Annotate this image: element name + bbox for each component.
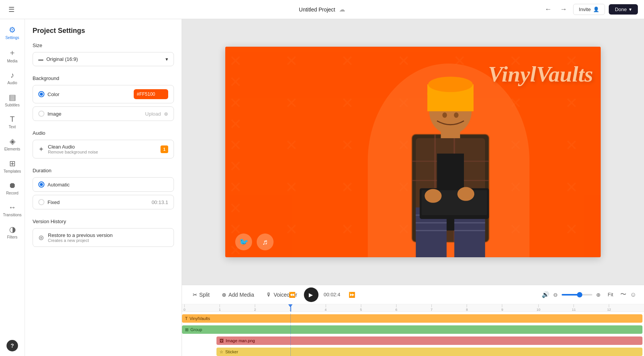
- audio-info: Clean Audio Remove background noise: [48, 144, 157, 154]
- background-label: Background: [33, 75, 174, 81]
- track-bar-image[interactable]: 🖼 Image man.png: [216, 336, 642, 345]
- image-radio[interactable]: [38, 111, 44, 117]
- canvas-frame[interactable]: ✕ ✕ ✕ ✕ ✕ ✕ ✕ ✕ ✕ ✕ ✕ ✕ ✕ ✕ ✕ ✕ ✕ ✕ ✕ ✕ …: [225, 47, 601, 257]
- restore-title: Restore to a previous version: [48, 232, 168, 238]
- version-history-label: Version History: [33, 219, 174, 224]
- color-option-label: Color: [48, 91, 59, 97]
- elements-icon: ◈: [10, 137, 15, 146]
- automatic-radio[interactable]: [38, 181, 44, 188]
- sidebar-item-record[interactable]: ⏺ Record: [2, 178, 23, 198]
- automatic-option-left: Automatic: [38, 181, 70, 188]
- tick-4: [326, 304, 326, 307]
- tick-10: [538, 304, 539, 307]
- duration-section: Duration Automatic Fixed 00:13.1: [33, 168, 174, 209]
- clean-audio-row[interactable]: ✦ Clean Audio Remove background noise 1: [33, 140, 174, 158]
- invite-button[interactable]: Invite 👤: [573, 4, 605, 15]
- topbar-center: Untitled Project ☁: [299, 6, 345, 13]
- zoom-slider[interactable]: [562, 294, 592, 296]
- fast-forward-button[interactable]: ⏩: [346, 290, 358, 300]
- playback-center: ⏪ ▶ 00:02:4 ⏩: [286, 287, 358, 302]
- playback-left: ✂ Split ⊕ Add Media 🎙 Voiceover: [190, 290, 300, 300]
- playback-right: 🔊 ⊖ ⊕ Fit 〜 ☺: [542, 290, 636, 299]
- svg-point-26: [457, 187, 474, 201]
- sidebar-item-subtitles[interactable]: ▤ Subtitles: [2, 90, 23, 110]
- split-button[interactable]: ✂ Split: [190, 290, 213, 300]
- ruler-mark-11: 11: [572, 304, 576, 312]
- done-button[interactable]: Done ▾: [609, 4, 638, 15]
- vinyl-track-icon: T: [185, 316, 188, 321]
- timeline-area: 0 1 2 3: [182, 304, 644, 356]
- color-radio[interactable]: [38, 91, 44, 97]
- sticker-track-label: Sticker: [225, 349, 238, 354]
- image-option-row[interactable]: Image Upload ⊕: [33, 106, 174, 121]
- spotify-icon: ♬: [257, 234, 274, 250]
- color-swatch[interactable]: [157, 90, 165, 98]
- sidebar-label-filters: Filters: [7, 235, 17, 239]
- menu-button[interactable]: ☰: [6, 4, 17, 15]
- size-chevron-icon: ▾: [166, 56, 168, 62]
- track-row-vinyl[interactable]: T VinylVaults: [182, 314, 644, 323]
- play-button[interactable]: ▶: [304, 287, 318, 302]
- redo-button[interactable]: →: [558, 4, 569, 15]
- fit-label: Fit: [608, 292, 613, 297]
- record-icon: ⏺: [8, 181, 16, 190]
- sidebar-item-settings[interactable]: ⚙ Settings: [2, 22, 23, 43]
- canvas-wrapper: ✕ ✕ ✕ ✕ ✕ ✕ ✕ ✕ ✕ ✕ ✕ ✕ ✕ ✕ ✕ ✕ ✕ ✕ ✕ ✕ …: [182, 19, 644, 285]
- restore-row[interactable]: ⊛ Restore to a previous version Creates …: [33, 228, 174, 247]
- size-dropdown-content: ▬ Original (16:9): [38, 56, 78, 62]
- emoji-icon: ☺: [630, 291, 636, 298]
- playhead[interactable]: [290, 304, 291, 312]
- track-row-sticker[interactable]: ☆ Sticker: [182, 347, 644, 356]
- ruler-mark-10: 10: [537, 304, 541, 312]
- track-bar-group[interactable]: ⊞ Group: [182, 325, 642, 334]
- svg-point-25: [425, 189, 442, 202]
- settings-icon: ⚙: [9, 25, 16, 34]
- add-media-label: Add Media: [228, 292, 254, 298]
- sidebar-label-settings: Settings: [5, 36, 19, 40]
- timeline-ruler: 0 1 2 3: [182, 304, 644, 312]
- track-row-group[interactable]: ⊞ Group: [182, 325, 644, 335]
- sidebar-item-text[interactable]: T Text: [2, 112, 23, 132]
- group-track-label: Group: [190, 327, 202, 332]
- track-row-image[interactable]: 🖼 Image man.png: [182, 336, 644, 346]
- done-label: Done: [615, 7, 627, 12]
- track-bar-sticker[interactable]: ☆ Sticker: [216, 348, 642, 356]
- color-badge[interactable]: #FF5100: [134, 89, 168, 99]
- topbar-left: ☰: [6, 4, 17, 15]
- rewind-button[interactable]: ⏪: [286, 290, 298, 300]
- sidebar-item-filters[interactable]: ◑ Filters: [2, 222, 23, 242]
- fixed-option-row[interactable]: Fixed 00:13.1: [33, 195, 174, 209]
- image-option-left: Image: [38, 111, 61, 117]
- sidebar-item-transitions[interactable]: ↔ Transitions: [2, 200, 23, 220]
- track-bar-vinyl[interactable]: T VinylVaults: [182, 314, 642, 323]
- size-section: Size ▬ Original (16:9) ▾: [33, 42, 174, 66]
- size-aspect-icon: ▬: [38, 56, 43, 62]
- tick-2: [255, 304, 255, 307]
- help-button[interactable]: ?: [7, 340, 18, 351]
- bottom-controls: ✂ Split ⊕ Add Media 🎙 Voiceover ⏪: [182, 285, 644, 356]
- add-media-button[interactable]: ⊕ Add Media: [219, 290, 257, 300]
- sidebar-item-elements[interactable]: ◈ Elements: [2, 134, 23, 154]
- settings-panel: Project Settings Size ▬ Original (16:9) …: [25, 19, 182, 356]
- canvas-background: ✕ ✕ ✕ ✕ ✕ ✕ ✕ ✕ ✕ ✕ ✕ ✕ ✕ ✕ ✕ ✕ ✕ ✕ ✕ ✕ …: [225, 47, 601, 257]
- fit-button[interactable]: Fit: [605, 290, 616, 299]
- vinyl-track-label: VinylVaults: [190, 316, 210, 321]
- automatic-option-row[interactable]: Automatic: [33, 177, 174, 192]
- add-media-icon: ⊕: [222, 292, 226, 298]
- color-option-row[interactable]: Color #FF5100: [33, 85, 174, 103]
- background-section: Background Color #FF5100 Image Upload: [33, 75, 174, 121]
- sidebar-item-audio[interactable]: ♪ Audio: [2, 68, 23, 88]
- sidebar-label-transitions: Transitions: [3, 213, 22, 217]
- duration-label: Duration: [33, 168, 174, 173]
- sidebar-item-media[interactable]: ＋ Media: [2, 44, 23, 66]
- upload-label: Upload: [145, 111, 161, 117]
- size-dropdown[interactable]: ▬ Original (16:9) ▾: [33, 52, 174, 66]
- sidebar-item-templates[interactable]: ⊞ Templates: [2, 156, 23, 176]
- tick-7: [431, 304, 432, 307]
- invite-label: Invite: [579, 7, 591, 12]
- fixed-radio[interactable]: [38, 199, 44, 205]
- text-icon: T: [10, 115, 15, 124]
- social-icons: 🐦 ♬: [235, 234, 274, 250]
- undo-button[interactable]: ←: [542, 4, 554, 15]
- version-info: Restore to a previous version Creates a …: [48, 232, 168, 243]
